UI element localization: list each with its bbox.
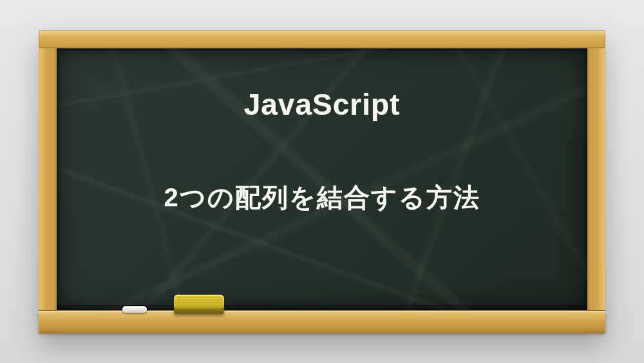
board-subtitle: 2つの配列を結合する方法 bbox=[164, 180, 480, 215]
chalkboard: JavaScript 2つの配列を結合する方法 bbox=[39, 30, 605, 333]
frame-left bbox=[39, 30, 57, 333]
frame-top bbox=[39, 30, 605, 48]
chalk-icon bbox=[122, 306, 147, 313]
frame-right bbox=[587, 30, 605, 333]
board-surface: JavaScript 2つの配列を結合する方法 bbox=[57, 48, 587, 310]
frame-bottom-ledge bbox=[39, 310, 605, 333]
board-title: JavaScript bbox=[244, 87, 401, 122]
eraser-bottom bbox=[174, 309, 224, 314]
eraser-icon bbox=[174, 295, 224, 314]
eraser-top bbox=[174, 295, 224, 309]
